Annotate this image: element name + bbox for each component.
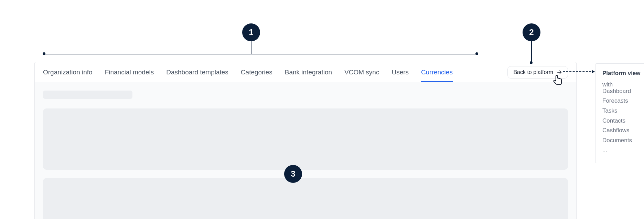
tab-currencies[interactable]: Currencies: [421, 62, 453, 82]
popover-item: Forecasts: [602, 98, 644, 104]
callout-1: 1: [242, 23, 260, 41]
annotation-dot: [43, 52, 45, 55]
annotation-line: [44, 54, 477, 54]
tab-categories[interactable]: Categories: [241, 62, 272, 82]
platform-view-popover: Platform view with Dashboard Forecasts T…: [595, 63, 644, 163]
popover-item-label: Dashboard: [602, 88, 631, 94]
annotation-line: [531, 41, 532, 62]
pointer-cursor-icon: [553, 74, 563, 87]
popover-item: Documents: [602, 137, 644, 144]
annotation-dot: [530, 61, 533, 64]
popover-title: Platform view: [602, 70, 644, 77]
popover-item: Cashflows: [602, 127, 644, 134]
callout-2: 2: [523, 23, 540, 41]
settings-panel: Organization info Financial models Dashb…: [34, 62, 577, 219]
tab-vcom-sync[interactable]: VCOM sync: [344, 62, 379, 82]
annotation-dot: [475, 52, 478, 55]
tab-bank-integration[interactable]: Bank integration: [285, 62, 332, 82]
tab-financial-models[interactable]: Financial models: [105, 62, 154, 82]
popover-item: with Dashboard: [602, 82, 644, 94]
tab-dashboard-templates[interactable]: Dashboard templates: [166, 62, 228, 82]
callout-3: 3: [284, 165, 302, 183]
skeleton-title: [43, 91, 132, 99]
popover-item-more: ...: [602, 147, 644, 154]
popover-item-label: with: [602, 81, 613, 88]
tab-users[interactable]: Users: [391, 62, 409, 82]
annotation-line: [251, 41, 251, 54]
popover-item: Tasks: [602, 108, 644, 114]
tab-bar: Organization info Financial models Dashb…: [35, 62, 576, 82]
content-area: [35, 82, 576, 219]
tab-organization-info[interactable]: Organization info: [43, 62, 93, 82]
skeleton-block: [43, 178, 568, 219]
skeleton-block: [43, 108, 568, 170]
popover-item: Contacts: [602, 118, 644, 124]
back-to-platform-label: Back to platform: [513, 69, 553, 75]
annotation-arrow: [563, 71, 594, 72]
